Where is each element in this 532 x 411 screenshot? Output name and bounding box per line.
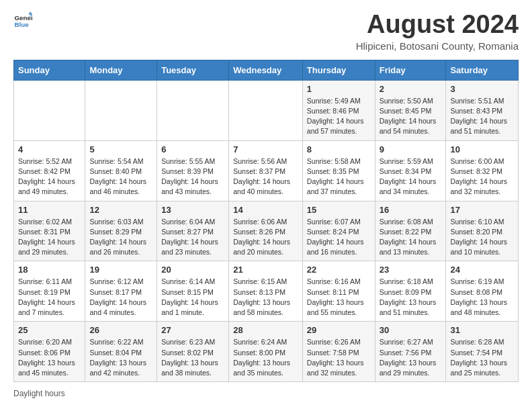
day-number: 13 [161, 205, 224, 215]
logo-icon: General Blue [13, 11, 32, 30]
calendar-cell: 12Sunrise: 6:03 AM Sunset: 8:29 PM Dayli… [85, 201, 157, 261]
calendar-week-row: 11Sunrise: 6:02 AM Sunset: 8:31 PM Dayli… [14, 201, 519, 261]
day-number: 6 [161, 144, 224, 154]
day-info: Sunrise: 5:59 AM Sunset: 8:34 PM Dayligh… [380, 156, 442, 197]
calendar-week-row: 18Sunrise: 6:11 AM Sunset: 8:19 PM Dayli… [14, 261, 519, 322]
page-title: August 2024 [356, 11, 519, 39]
day-info: Sunrise: 6:07 AM Sunset: 8:24 PM Dayligh… [307, 217, 371, 258]
calendar-day-header: Wednesday [229, 60, 303, 80]
calendar-cell: 19Sunrise: 6:12 AM Sunset: 8:17 PM Dayli… [85, 261, 157, 322]
calendar-cell: 7Sunrise: 5:56 AM Sunset: 8:37 PM Daylig… [229, 140, 303, 201]
day-info: Sunrise: 6:20 AM Sunset: 8:06 PM Dayligh… [18, 337, 81, 378]
calendar-cell [229, 80, 303, 140]
calendar-cell: 5Sunrise: 5:54 AM Sunset: 8:40 PM Daylig… [85, 140, 157, 201]
day-info: Sunrise: 6:16 AM Sunset: 8:11 PM Dayligh… [307, 277, 371, 318]
calendar-cell: 2Sunrise: 5:50 AM Sunset: 8:45 PM Daylig… [375, 80, 446, 140]
calendar-cell: 18Sunrise: 6:11 AM Sunset: 8:19 PM Dayli… [14, 261, 85, 322]
day-number: 27 [161, 325, 224, 335]
day-info: Sunrise: 6:12 AM Sunset: 8:17 PM Dayligh… [89, 277, 152, 318]
day-number: 5 [89, 144, 152, 154]
calendar-cell: 31Sunrise: 6:28 AM Sunset: 7:54 PM Dayli… [446, 322, 519, 382]
day-number: 12 [89, 205, 152, 215]
footer-note: Daylight hours [13, 389, 519, 398]
day-number: 23 [380, 265, 442, 275]
calendar-table: SundayMondayTuesdayWednesdayThursdayFrid… [13, 60, 519, 382]
logo: General Blue [13, 11, 32, 30]
calendar-day-header: Sunday [14, 60, 85, 80]
calendar-week-row: 1Sunrise: 5:49 AM Sunset: 8:46 PM Daylig… [14, 80, 519, 140]
day-number: 18 [18, 265, 81, 275]
day-number: 31 [450, 325, 514, 335]
calendar-cell: 6Sunrise: 5:55 AM Sunset: 8:39 PM Daylig… [157, 140, 229, 201]
calendar-cell: 20Sunrise: 6:14 AM Sunset: 8:15 PM Dayli… [157, 261, 229, 322]
day-number: 28 [233, 325, 298, 335]
svg-marker-2 [28, 11, 32, 14]
day-info: Sunrise: 5:50 AM Sunset: 8:45 PM Dayligh… [380, 96, 442, 137]
day-info: Sunrise: 6:18 AM Sunset: 8:09 PM Dayligh… [380, 277, 442, 318]
day-info: Sunrise: 6:27 AM Sunset: 7:56 PM Dayligh… [380, 337, 442, 378]
day-info: Sunrise: 5:55 AM Sunset: 8:39 PM Dayligh… [161, 156, 224, 197]
day-number: 16 [380, 205, 442, 215]
calendar-cell: 8Sunrise: 5:58 AM Sunset: 8:35 PM Daylig… [302, 140, 375, 201]
calendar-cell: 26Sunrise: 6:22 AM Sunset: 8:04 PM Dayli… [85, 322, 157, 382]
day-number: 20 [161, 265, 224, 275]
calendar-cell: 1Sunrise: 5:49 AM Sunset: 8:46 PM Daylig… [302, 80, 375, 140]
day-info: Sunrise: 6:00 AM Sunset: 8:32 PM Dayligh… [450, 156, 514, 197]
calendar-week-row: 4Sunrise: 5:52 AM Sunset: 8:42 PM Daylig… [14, 140, 519, 201]
title-area: August 2024 Hlipiceni, Botosani County, … [356, 11, 519, 52]
day-info: Sunrise: 6:22 AM Sunset: 8:04 PM Dayligh… [89, 337, 152, 378]
calendar-cell: 25Sunrise: 6:20 AM Sunset: 8:06 PM Dayli… [14, 322, 85, 382]
calendar-cell: 3Sunrise: 5:51 AM Sunset: 8:43 PM Daylig… [446, 80, 519, 140]
day-number: 25 [18, 325, 81, 335]
calendar-day-header: Friday [375, 60, 446, 80]
calendar-week-row: 25Sunrise: 6:20 AM Sunset: 8:06 PM Dayli… [14, 322, 519, 382]
day-info: Sunrise: 5:56 AM Sunset: 8:37 PM Dayligh… [233, 156, 298, 197]
day-number: 1 [307, 84, 371, 94]
day-number: 14 [233, 205, 298, 215]
day-info: Sunrise: 6:02 AM Sunset: 8:31 PM Dayligh… [18, 217, 81, 258]
day-number: 7 [233, 144, 298, 154]
day-number: 4 [18, 144, 81, 154]
day-info: Sunrise: 6:26 AM Sunset: 7:58 PM Dayligh… [307, 337, 371, 378]
day-info: Sunrise: 6:03 AM Sunset: 8:29 PM Dayligh… [89, 217, 152, 258]
day-info: Sunrise: 5:49 AM Sunset: 8:46 PM Dayligh… [307, 96, 371, 137]
day-info: Sunrise: 6:23 AM Sunset: 8:02 PM Dayligh… [161, 337, 224, 378]
calendar-cell: 29Sunrise: 6:26 AM Sunset: 7:58 PM Dayli… [302, 322, 375, 382]
day-info: Sunrise: 6:06 AM Sunset: 8:26 PM Dayligh… [233, 217, 298, 258]
day-info: Sunrise: 6:14 AM Sunset: 8:15 PM Dayligh… [161, 277, 224, 318]
day-number: 22 [307, 265, 371, 275]
calendar-header-row: SundayMondayTuesdayWednesdayThursdayFrid… [14, 60, 519, 80]
day-info: Sunrise: 6:08 AM Sunset: 8:22 PM Dayligh… [380, 217, 442, 258]
day-number: 8 [307, 144, 371, 154]
calendar-cell [14, 80, 85, 140]
calendar-cell: 21Sunrise: 6:15 AM Sunset: 8:13 PM Dayli… [229, 261, 303, 322]
day-info: Sunrise: 5:52 AM Sunset: 8:42 PM Dayligh… [18, 156, 81, 197]
calendar-cell: 4Sunrise: 5:52 AM Sunset: 8:42 PM Daylig… [14, 140, 85, 201]
day-info: Sunrise: 5:54 AM Sunset: 8:40 PM Dayligh… [89, 156, 152, 197]
day-info: Sunrise: 6:15 AM Sunset: 8:13 PM Dayligh… [233, 277, 298, 318]
calendar-cell [157, 80, 229, 140]
calendar-cell: 22Sunrise: 6:16 AM Sunset: 8:11 PM Dayli… [302, 261, 375, 322]
day-number: 30 [380, 325, 442, 335]
svg-text:Blue: Blue [14, 21, 29, 28]
day-number: 29 [307, 325, 371, 335]
calendar-day-header: Monday [85, 60, 157, 80]
day-number: 24 [450, 265, 514, 275]
page-subtitle: Hlipiceni, Botosani County, Romania [356, 40, 519, 52]
calendar-cell: 16Sunrise: 6:08 AM Sunset: 8:22 PM Dayli… [375, 201, 446, 261]
calendar-cell: 9Sunrise: 5:59 AM Sunset: 8:34 PM Daylig… [375, 140, 446, 201]
calendar-cell: 14Sunrise: 6:06 AM Sunset: 8:26 PM Dayli… [229, 201, 303, 261]
calendar-cell: 30Sunrise: 6:27 AM Sunset: 7:56 PM Dayli… [375, 322, 446, 382]
day-info: Sunrise: 6:10 AM Sunset: 8:20 PM Dayligh… [450, 217, 514, 258]
day-number: 2 [380, 84, 442, 94]
day-info: Sunrise: 5:58 AM Sunset: 8:35 PM Dayligh… [307, 156, 371, 197]
calendar-cell: 27Sunrise: 6:23 AM Sunset: 8:02 PM Dayli… [157, 322, 229, 382]
day-number: 26 [89, 325, 152, 335]
day-number: 15 [307, 205, 371, 215]
day-number: 10 [450, 144, 514, 154]
day-number: 19 [89, 265, 152, 275]
day-info: Sunrise: 6:04 AM Sunset: 8:27 PM Dayligh… [161, 217, 224, 258]
calendar-cell: 23Sunrise: 6:18 AM Sunset: 8:09 PM Dayli… [375, 261, 446, 322]
calendar-cell: 24Sunrise: 6:19 AM Sunset: 8:08 PM Dayli… [446, 261, 519, 322]
day-number: 17 [450, 205, 514, 215]
